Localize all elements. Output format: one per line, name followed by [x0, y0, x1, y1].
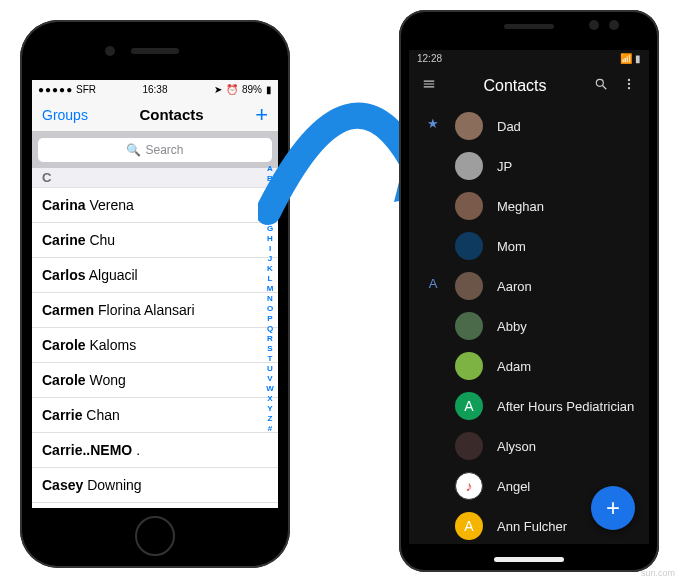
list-item[interactable]: Carina Verena — [32, 188, 278, 223]
index-letter[interactable]: Q — [267, 324, 273, 334]
index-letter[interactable]: M — [267, 284, 274, 294]
index-letter[interactable]: S — [267, 344, 272, 354]
index-letter[interactable]: D — [267, 194, 273, 204]
index-letter[interactable]: V — [267, 374, 272, 384]
avatar — [455, 352, 483, 380]
contact-first-name: Casey — [42, 477, 83, 493]
index-letter[interactable]: P — [267, 314, 272, 324]
index-letter[interactable]: R — [267, 334, 273, 344]
list-item[interactable]: Carine Chu — [32, 223, 278, 258]
ios-status-bar: ●●●●● SFR 16:38 ➤ ⏰ 89% ▮ — [32, 80, 278, 98]
contact-rest-name: Chan — [82, 407, 119, 423]
contact-name: Aaron — [497, 279, 532, 294]
search-icon: 🔍 — [126, 143, 141, 157]
contact-rest-name: Florina Alansari — [94, 302, 194, 318]
index-letter[interactable]: T — [268, 354, 273, 364]
search-icon[interactable] — [591, 77, 611, 95]
avatar: A — [455, 512, 483, 540]
list-item[interactable]: Catia — [32, 503, 278, 508]
contact-name: Meghan — [497, 199, 544, 214]
android-nav-pill[interactable] — [494, 557, 564, 562]
index-letter[interactable]: J — [268, 254, 272, 264]
index-letter[interactable]: O — [267, 304, 273, 314]
avatar — [455, 312, 483, 340]
contacts-list[interactable]: ★DadJPMeghanMomAAaronAbbyAdamAAfter Hour… — [409, 106, 649, 544]
ios-nav-bar: Groups Contacts + — [32, 98, 278, 132]
contact-name: Mom — [497, 239, 526, 254]
list-item[interactable]: Aaron — [409, 266, 649, 306]
index-letter[interactable]: I — [269, 244, 271, 254]
list-item[interactable]: Carlos Alguacil — [32, 258, 278, 293]
search-bar-container: 🔍 Search — [32, 132, 278, 168]
watermark: sun.com — [641, 568, 675, 578]
favorites-section-star-icon: ★ — [423, 116, 443, 131]
search-input[interactable]: 🔍 Search — [38, 138, 272, 162]
contact-rest-name: Chu — [86, 232, 116, 248]
home-button[interactable] — [135, 516, 175, 556]
index-letter[interactable]: Z — [268, 414, 273, 424]
index-letter[interactable]: C — [267, 184, 273, 194]
contact-first-name: Carina — [42, 197, 86, 213]
alpha-index-scrubber[interactable]: ABCDEFGHIJKLMNOPQRSTUVWXYZ# — [264, 164, 276, 508]
index-letter[interactable]: # — [268, 424, 272, 434]
avatar — [455, 232, 483, 260]
list-item[interactable]: Carole Wong — [32, 363, 278, 398]
svg-line-2 — [603, 86, 607, 90]
index-letter[interactable]: W — [266, 384, 274, 394]
index-letter[interactable]: Y — [267, 404, 272, 414]
index-letter[interactable]: X — [267, 394, 272, 404]
index-letter[interactable]: F — [268, 214, 273, 224]
list-item[interactable]: Alyson — [409, 426, 649, 466]
contact-rest-name: Verena — [86, 197, 134, 213]
index-letter[interactable]: U — [267, 364, 273, 374]
index-letter[interactable]: A — [267, 164, 273, 174]
plus-icon: + — [606, 494, 620, 522]
list-item[interactable]: JP — [409, 146, 649, 186]
index-letter[interactable]: N — [267, 294, 273, 304]
iphone-speaker — [131, 48, 179, 54]
list-item[interactable]: Meghan — [409, 186, 649, 226]
android-camera-2 — [609, 20, 619, 30]
svg-point-3 — [628, 79, 630, 81]
contacts-list[interactable]: C Carina VerenaCarine ChuCarlos Alguacil… — [32, 168, 278, 508]
status-time: 12:28 — [417, 53, 442, 64]
contact-name: Abby — [497, 319, 527, 334]
contact-first-name: Carole — [42, 337, 86, 353]
list-item[interactable]: Adam — [409, 346, 649, 386]
contact-rest-name: Downing — [83, 477, 141, 493]
index-letter[interactable]: L — [268, 274, 273, 284]
index-letter[interactable]: K — [267, 264, 273, 274]
list-item[interactable]: Mom — [409, 226, 649, 266]
svg-point-4 — [628, 83, 630, 85]
contact-first-name: Carole — [42, 372, 86, 388]
contact-rest-name: Alguacil — [86, 267, 138, 283]
list-item[interactable]: Dad — [409, 106, 649, 146]
avatar — [455, 272, 483, 300]
android-screen: 12:28 📶 ▮ Contacts ★DadJPMeghanMomAAaron… — [409, 50, 649, 544]
groups-link[interactable]: Groups — [42, 107, 88, 123]
android-app-bar: Contacts — [409, 66, 649, 106]
status-right: ➤ ⏰ 89% ▮ — [214, 84, 272, 95]
menu-icon[interactable] — [419, 77, 439, 95]
android-speaker — [504, 24, 554, 29]
battery-percent: 89% — [242, 84, 262, 95]
avatar — [455, 112, 483, 140]
list-item[interactable]: AAfter Hours Pediatrician — [409, 386, 649, 426]
add-contact-fab[interactable]: + — [591, 486, 635, 530]
index-letter[interactable]: E — [267, 204, 272, 214]
index-letter[interactable]: B — [267, 174, 273, 184]
list-item[interactable]: Carmen Florina Alansari — [32, 293, 278, 328]
list-item[interactable]: Casey Downing — [32, 468, 278, 503]
contact-name: After Hours Pediatrician — [497, 399, 634, 414]
list-item[interactable]: Carrie Chan — [32, 398, 278, 433]
status-time: 16:38 — [142, 84, 167, 95]
add-contact-button[interactable]: + — [255, 102, 268, 128]
index-letter[interactable]: H — [267, 234, 273, 244]
index-letter[interactable]: G — [267, 224, 273, 234]
alarm-icon: ⏰ — [226, 84, 238, 95]
list-item[interactable]: Carole Kaloms — [32, 328, 278, 363]
location-icon: ➤ — [214, 84, 222, 95]
overflow-icon[interactable] — [619, 77, 639, 95]
list-item[interactable]: Abby — [409, 306, 649, 346]
list-item[interactable]: Carrie..NEMO . — [32, 433, 278, 468]
